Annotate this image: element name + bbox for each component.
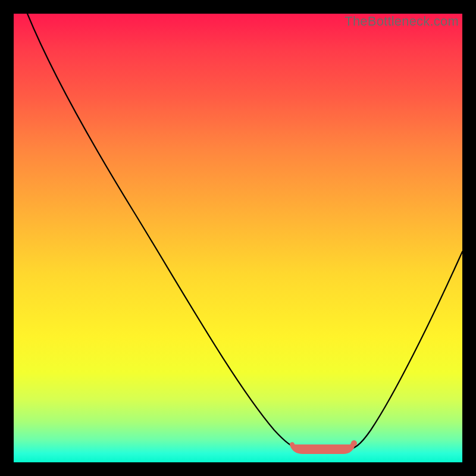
bottleneck-curve: [27, 14, 462, 449]
minimum-highlight: [292, 444, 353, 452]
highlight-end-dot: [351, 440, 357, 446]
bottleneck-curve-svg: [14, 14, 462, 462]
watermark-text: TheBottleneck.com: [345, 14, 459, 29]
chart-frame: TheBottleneck.com: [14, 14, 462, 462]
